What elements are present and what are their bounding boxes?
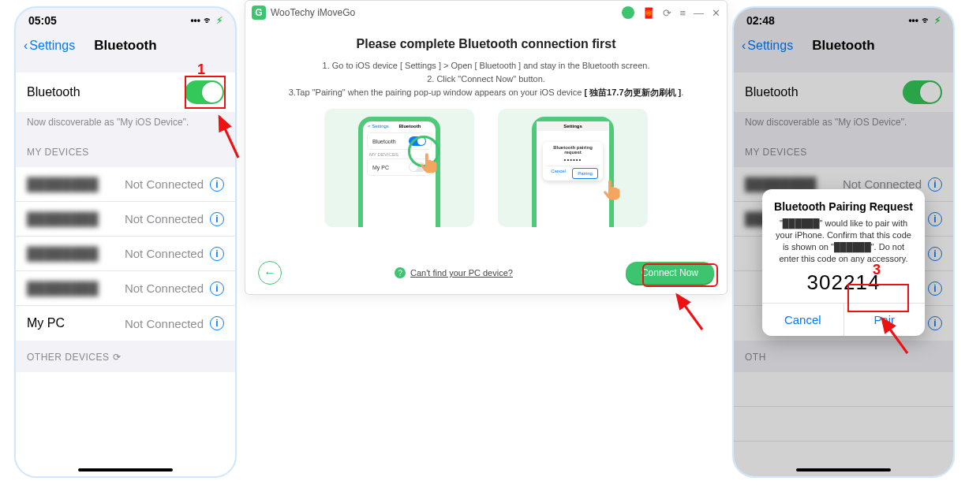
back-circle-button[interactable]: ← xyxy=(258,261,282,285)
device-name: My PC xyxy=(27,316,65,330)
info-icon[interactable]: i xyxy=(928,247,942,261)
back-label: Settings xyxy=(747,39,793,53)
device-name: ████████ xyxy=(27,281,99,296)
help-link-group[interactable]: ? Can't find your PC device? xyxy=(395,267,513,278)
annotation-arrow-connect xyxy=(671,290,710,337)
back-button[interactable]: ‹ Settings xyxy=(742,39,793,53)
title-bar: G WooTechy iMoveGo 🧧 ⟳ ≡ — ✕ xyxy=(245,1,727,23)
device-status: Not Connected xyxy=(125,212,204,226)
device-row[interactable]: ████████ Not Connectedi xyxy=(16,202,235,237)
signal-icon: ••• xyxy=(908,15,918,26)
annotation-box-pair xyxy=(847,284,909,312)
device-row[interactable]: ████████ Not Connectedi xyxy=(16,237,235,271)
back-button[interactable]: ‹ Settings xyxy=(24,39,75,53)
device-row-mypc[interactable]: My PC Not Connectedi xyxy=(16,306,235,341)
close-button[interactable]: ✕ xyxy=(712,7,720,19)
info-icon[interactable]: i xyxy=(210,316,224,330)
device-row[interactable]: ████████ Not Connectedi xyxy=(16,167,235,202)
discoverable-note: Now discoverable as "My iOS Device". xyxy=(16,112,235,136)
annotation-box-toggle xyxy=(185,76,226,109)
nav-bar: ‹ Settings Bluetooth xyxy=(16,30,235,62)
modal-body: "██████" would like to pair with your iP… xyxy=(772,218,915,264)
device-status: Not Connected xyxy=(125,317,204,330)
mini-pairing-dialog: Bluetooth pairing request •••••• Cancel … xyxy=(543,142,603,181)
step-1: 1. Go to iOS device [ Settings ] > Open … xyxy=(261,59,711,73)
bluetooth-label: Bluetooth xyxy=(745,85,799,99)
discoverable-note: Now discoverable as "My iOS Device". xyxy=(734,112,953,136)
my-devices-header: MY DEVICES xyxy=(734,136,953,162)
status-time: 05:05 xyxy=(28,14,57,27)
device-name: ████████ xyxy=(27,177,99,192)
device-name: ████████ xyxy=(27,212,99,226)
device-status: Not Connected xyxy=(125,281,204,295)
app-logo-icon: G xyxy=(252,6,266,20)
info-icon[interactable]: i xyxy=(210,281,224,296)
annotation-box-connect xyxy=(642,263,718,287)
app-window: G WooTechy iMoveGo 🧧 ⟳ ≡ — ✕ Please comp… xyxy=(245,0,728,295)
app-title: WooTechy iMoveGo xyxy=(271,7,355,18)
info-icon[interactable]: i xyxy=(210,212,224,226)
annotation-arrow-1 xyxy=(215,110,246,166)
other-devices-header: OTH xyxy=(734,341,953,367)
heading: Please complete Bluetooth connection fir… xyxy=(245,37,727,51)
wifi-icon: ᯤ xyxy=(204,15,213,26)
step-3: 3.Tap "Pairing" when the pairing pop-up … xyxy=(261,86,711,99)
menu-icon[interactable]: ≡ xyxy=(679,7,686,19)
info-icon[interactable]: i xyxy=(210,247,224,261)
status-indicators: ••• ᯤ ⚡︎ xyxy=(190,15,223,26)
refresh-icon[interactable]: ⟳ xyxy=(663,7,671,19)
question-icon: ? xyxy=(395,267,406,278)
instructions: 1. Go to iOS device [ Settings ] > Open … xyxy=(245,59,727,99)
page-title: Bluetooth xyxy=(94,38,156,54)
step-2: 2. Click "Connect Now" button. xyxy=(261,73,711,86)
home-indicator[interactable] xyxy=(78,468,173,472)
nav-bar: ‹ Settings Bluetooth xyxy=(734,30,953,62)
device-status: Not Connected xyxy=(125,247,204,260)
info-icon[interactable]: i xyxy=(928,177,942,192)
home-indicator[interactable] xyxy=(796,468,891,472)
page-title: Bluetooth xyxy=(812,38,874,54)
info-icon[interactable]: i xyxy=(210,177,224,192)
gift-icon[interactable]: 🧧 xyxy=(642,7,655,19)
info-icon[interactable]: i xyxy=(928,212,942,226)
signal-icon: ••• xyxy=(190,15,200,26)
back-label: Settings xyxy=(29,39,75,53)
device-name: ████████ xyxy=(27,247,99,261)
device-row[interactable] xyxy=(734,407,953,442)
modal-title: Bluetooth Pairing Request xyxy=(772,200,915,213)
info-icon[interactable]: i xyxy=(928,281,942,296)
status-time: 02:48 xyxy=(746,14,775,27)
status-indicators: ••• ᯤ ⚡︎ xyxy=(908,15,941,26)
chevron-left-icon: ‹ xyxy=(24,39,28,53)
hand-pointer-icon xyxy=(600,178,624,202)
battery-icon: ⚡︎ xyxy=(934,15,941,26)
hand-pointer-icon xyxy=(417,151,441,175)
bluetooth-toggle-on[interactable] xyxy=(903,80,942,104)
device-row[interactable]: ████████ Not Connectedi xyxy=(16,271,235,306)
minimize-button[interactable]: — xyxy=(694,7,704,19)
bluetooth-toggle-row[interactable]: Bluetooth xyxy=(734,73,953,112)
status-bar: 02:48 ••• ᯤ ⚡︎ xyxy=(734,8,953,30)
status-dot-icon[interactable] xyxy=(622,6,634,19)
annotation-step-3: 3 xyxy=(873,262,881,278)
device-status: Not Connected xyxy=(125,177,204,191)
other-devices-header: OTHER DEVICES⟳ xyxy=(16,341,235,367)
my-devices-header: MY DEVICES xyxy=(16,136,235,162)
cancel-button[interactable]: Cancel xyxy=(762,304,843,336)
spinner-icon: ⟳ xyxy=(113,352,122,363)
status-bar: 05:05 ••• ᯤ ⚡︎ xyxy=(16,8,235,30)
battery-icon: ⚡︎ xyxy=(216,15,223,26)
illustration-pairing: Settings Bluetooth pairing request •••••… xyxy=(498,109,648,227)
annotation-arrow-pair xyxy=(876,314,915,361)
info-icon[interactable]: i xyxy=(928,316,942,330)
wifi-icon: ᯤ xyxy=(922,15,931,26)
illustration-bluetooth-on: < SettingsBluetooth Bluetooth MY DEVICES… xyxy=(324,109,474,227)
help-link[interactable]: Can't find your PC device? xyxy=(410,268,513,278)
chevron-left-icon: ‹ xyxy=(742,39,746,53)
bluetooth-label: Bluetooth xyxy=(27,85,80,99)
device-row[interactable] xyxy=(734,372,953,407)
